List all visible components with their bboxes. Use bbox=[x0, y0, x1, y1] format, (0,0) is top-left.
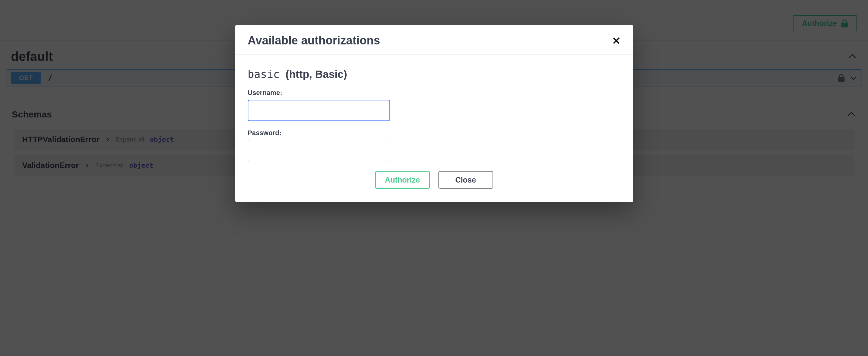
username-label: Username: bbox=[248, 89, 621, 97]
auth-scheme-desc: (http, Basic) bbox=[285, 68, 347, 80]
auth-scheme-heading: basic (http, Basic) bbox=[248, 68, 621, 80]
modal-authorize-button[interactable]: Authorize bbox=[375, 171, 430, 189]
modal-overlay[interactable]: Available authorizations ✕ basic (http, … bbox=[0, 0, 868, 356]
password-input[interactable] bbox=[248, 140, 390, 161]
modal-actions: Authorize Close bbox=[248, 171, 621, 189]
modal-title: Available authorizations bbox=[248, 34, 380, 47]
authorizations-modal: Available authorizations ✕ basic (http, … bbox=[235, 25, 633, 202]
modal-close-button[interactable]: Close bbox=[438, 171, 493, 189]
password-label: Password: bbox=[248, 129, 621, 137]
modal-header: Available authorizations ✕ bbox=[235, 25, 633, 55]
modal-body: basic (http, Basic) Username: Password: … bbox=[235, 55, 633, 202]
close-icon[interactable]: ✕ bbox=[612, 36, 621, 46]
username-input[interactable] bbox=[248, 100, 390, 121]
auth-scheme-name: basic bbox=[248, 68, 280, 80]
